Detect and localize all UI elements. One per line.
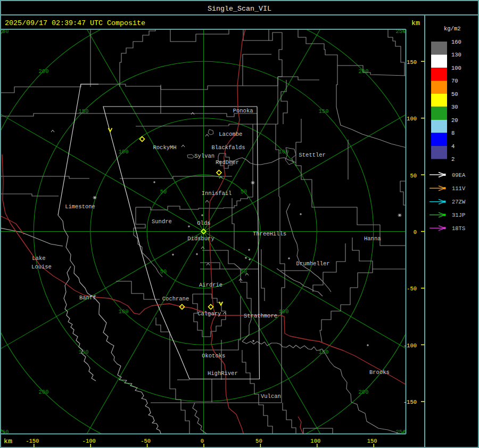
svg-text:Louise: Louise: [31, 264, 52, 270]
svg-text:Blackfalds: Blackfalds: [212, 144, 245, 151]
svg-text:HighRiver: HighRiver: [208, 370, 238, 377]
svg-text:Cochrane: Cochrane: [162, 296, 189, 302]
svg-text:100: 100: [279, 308, 289, 315]
svg-text:4: 4: [451, 143, 455, 150]
svg-text:km: km: [4, 437, 12, 445]
svg-text:150: 150: [407, 59, 417, 66]
svg-text:30: 30: [451, 104, 458, 110]
svg-text:Sylvan: Sylvan: [194, 153, 214, 159]
svg-text:2025/09/17 02:39:47 UTC Compos: 2025/09/17 02:39:47 UTC Composite: [5, 19, 145, 27]
svg-text:Brooks: Brooks: [369, 369, 390, 376]
svg-text:0: 0: [414, 229, 417, 235]
svg-text:Airdrie: Airdrie: [199, 282, 222, 288]
svg-text:-150: -150: [403, 399, 417, 405]
svg-text:8: 8: [451, 130, 455, 136]
svg-text:2: 2: [451, 156, 455, 162]
svg-text:160: 160: [451, 39, 461, 45]
svg-text:100: 100: [119, 308, 129, 315]
svg-text:20: 20: [451, 117, 458, 124]
svg-text:Lake: Lake: [32, 255, 45, 262]
svg-text:50: 50: [160, 268, 167, 275]
svg-text:27ZW: 27ZW: [452, 199, 466, 205]
svg-text:100: 100: [310, 438, 320, 444]
svg-text:50: 50: [255, 438, 262, 444]
svg-text:km: km: [411, 19, 420, 27]
svg-text:Okotoks: Okotoks: [202, 353, 225, 359]
svg-text:Ponoka: Ponoka: [233, 108, 253, 114]
svg-text:0: 0: [201, 438, 204, 444]
svg-text:Strathmore: Strathmore: [244, 313, 277, 319]
svg-text:Limestone: Limestone: [65, 203, 95, 210]
svg-text:Olds: Olds: [197, 220, 210, 226]
svg-text:100: 100: [451, 65, 461, 71]
svg-text:Sundre: Sundre: [152, 218, 172, 225]
svg-text:-50: -50: [407, 286, 417, 292]
svg-text:50: 50: [410, 173, 417, 179]
svg-text:200: 200: [39, 389, 49, 395]
svg-text:Vulcan: Vulcan: [261, 393, 281, 400]
svg-text:-100: -100: [403, 343, 417, 349]
svg-text:Hanna: Hanna: [364, 235, 381, 242]
svg-text:200: 200: [359, 389, 369, 395]
svg-text:200: 200: [359, 68, 369, 75]
svg-text:150: 150: [367, 438, 377, 444]
svg-text:Drumheller: Drumheller: [296, 260, 330, 267]
svg-text:111V: 111V: [452, 185, 466, 192]
svg-text:RedDeer: RedDeer: [216, 159, 239, 166]
svg-text:kg/m2: kg/m2: [444, 26, 461, 32]
svg-text:-50: -50: [141, 438, 151, 444]
svg-text:Lacombe: Lacombe: [219, 131, 242, 137]
svg-text:70: 70: [451, 78, 458, 84]
svg-text:150: 150: [319, 108, 329, 115]
svg-text:150: 150: [79, 349, 89, 355]
svg-text:-150: -150: [26, 438, 39, 444]
svg-text:-100: -100: [82, 438, 96, 444]
svg-text:Single_Scan_VIL: Single_Scan_VIL: [208, 5, 271, 13]
svg-text:130: 130: [451, 52, 461, 58]
svg-text:18TS: 18TS: [452, 225, 465, 232]
svg-text:09EA: 09EA: [452, 172, 466, 178]
svg-text:50: 50: [160, 189, 167, 195]
svg-text:Didsbury: Didsbury: [187, 235, 214, 242]
svg-text:Calgary: Calgary: [197, 311, 221, 317]
svg-text:Banff: Banff: [79, 295, 96, 301]
svg-text:200: 200: [39, 68, 49, 75]
svg-text:ThreeHills: ThreeHills: [253, 231, 286, 237]
svg-text:100: 100: [407, 116, 417, 122]
svg-text:100: 100: [119, 149, 129, 155]
svg-text:50: 50: [241, 268, 247, 275]
svg-text:50: 50: [451, 91, 458, 97]
svg-text:50: 50: [241, 189, 247, 195]
svg-text:Innisfail: Innisfail: [202, 190, 232, 197]
svg-text:31JP: 31JP: [452, 212, 465, 218]
svg-text:Stettler: Stettler: [299, 152, 326, 158]
svg-text:RockyMH: RockyMH: [153, 144, 177, 151]
